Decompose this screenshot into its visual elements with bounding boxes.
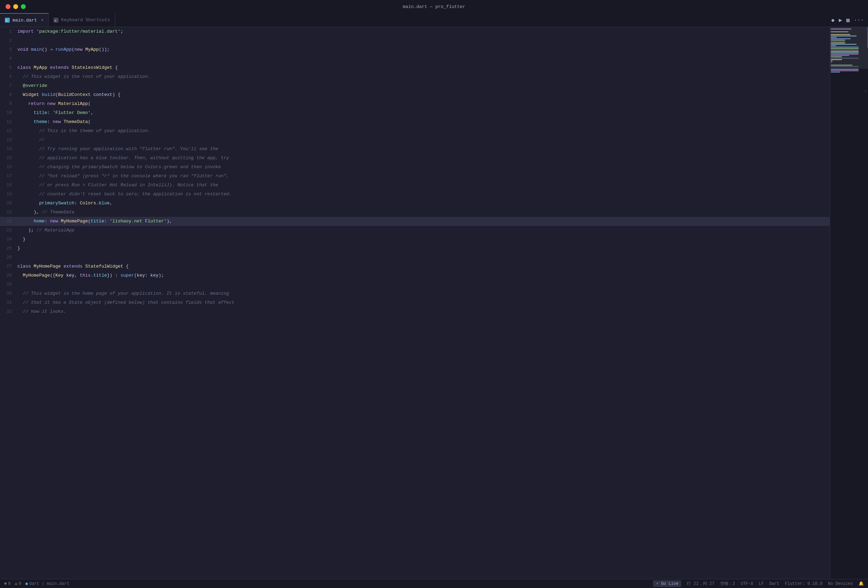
line-content-3: void main() ⇒ runApp(new MyApp()); (18, 45, 823, 54)
run-icon[interactable]: ▶ (839, 17, 842, 24)
tab-close-main-dart[interactable]: × (41, 18, 43, 22)
code-line-24: 24 } (0, 235, 830, 244)
spaces-label: 空格：2 (720, 581, 735, 587)
line-content-15: // application has a blue toolbar. Then,… (18, 153, 823, 163)
line-content-7: @override (18, 81, 823, 90)
minimap-line (831, 37, 837, 38)
go-live-button[interactable]: ⚡ Go Live (653, 581, 681, 587)
minimap-line (831, 53, 859, 55)
dart-file-icon: D (5, 18, 10, 23)
line-content-4 (18, 54, 823, 63)
line-number-17: 17 (0, 172, 18, 181)
line-number-6: 6 (0, 72, 18, 81)
status-bar: ⊗ 0 ⚠ 0 ◉ dart | main.dart ⚡ Go Live 行 2… (0, 579, 868, 588)
devices-label: No Devices (828, 581, 853, 586)
line-content-19: // counter didn't reset back to zero; th… (18, 190, 823, 199)
code-line-3: 3void main() ⇒ runApp(new MyApp()); (0, 45, 830, 54)
tab-bar: D main.dart × ≡ Keyboard Shortcuts ◆ ▶ ▦… (0, 13, 868, 27)
line-number-25: 25 (0, 244, 18, 253)
line-content-22: home: new MyHomePage(title: 'lishaoy.net… (18, 217, 823, 226)
maximize-button[interactable] (21, 4, 26, 9)
minimize-button[interactable] (13, 4, 18, 9)
code-line-10: 10 title: 'Flutter Demo', (0, 108, 830, 118)
tab-keyboard-shortcuts[interactable]: ≡ Keyboard Shortcuts (49, 13, 115, 27)
code-editor[interactable]: 1import 'package:flutter/material.dart';… (0, 27, 830, 579)
status-spaces[interactable]: 空格：2 (720, 581, 735, 587)
minimap-line (831, 66, 859, 67)
line-content-28: MyHomePage({Key key, this.title}) : supe… (18, 271, 823, 280)
status-flutter-version[interactable]: Flutter: 0.10.0 (785, 581, 822, 586)
code-line-22: 22 home: new MyHomePage(title: 'lishaoy.… (0, 217, 830, 226)
status-position[interactable]: 行 22，列 27 (687, 581, 714, 587)
warning-count: 0 (19, 581, 21, 586)
code-line-1: 1import 'package:flutter/material.dart'; (0, 27, 830, 36)
doc-icon: ≡ (53, 18, 58, 23)
minimap-line (831, 60, 833, 62)
status-branch[interactable]: ◉ dart | main.dart (25, 581, 69, 586)
status-warnings[interactable]: ⚠ 0 (15, 581, 21, 586)
line-number-5: 5 (0, 63, 18, 72)
line-number-16: 16 (0, 163, 18, 172)
close-button[interactable] (6, 4, 10, 9)
language-label: Dart (769, 581, 779, 586)
warning-icon: ⚠ (15, 581, 17, 586)
line-number-28: 28 (0, 271, 18, 280)
line-number-30: 30 (0, 289, 18, 298)
minimap-line (831, 34, 850, 35)
code-line-25: 25} (0, 244, 830, 253)
tab-main-dart[interactable]: D main.dart × (0, 13, 49, 27)
minimap-arrow-down[interactable]: › (865, 90, 867, 93)
line-number-4: 4 (0, 54, 18, 63)
status-bell[interactable]: 🔔 (859, 581, 864, 586)
error-count: 0 (8, 581, 10, 586)
line-content-20: primarySwatch: Colors.blue, (18, 199, 823, 208)
title-bar: main.dart — pro_flutter (0, 0, 868, 13)
status-language[interactable]: Dart (769, 581, 779, 586)
git-icon[interactable]: ◆ (831, 17, 835, 24)
code-line-17: 17 // "hot reload" (press "r" in the con… (0, 172, 830, 181)
status-devices[interactable]: No Devices (828, 581, 853, 586)
code-line-32: 32 // how it looks. (0, 307, 830, 316)
code-line-28: 28 MyHomePage({Key key, this.title}) : s… (0, 271, 830, 280)
code-line-19: 19 // counter didn't reset back to zero;… (0, 190, 830, 199)
tab-label-keyboard-shortcuts: Keyboard Shortcuts (61, 18, 110, 23)
status-left: ⊗ 0 ⚠ 0 ◉ dart | main.dart (4, 581, 69, 586)
line-number-2: 2 (0, 36, 18, 45)
code-line-31: 31 // that it has a State object (define… (0, 298, 830, 307)
line-number-10: 10 (0, 108, 18, 118)
code-line-11: 11 theme: new ThemeData( (0, 118, 830, 127)
status-errors[interactable]: ⊗ 0 (4, 581, 10, 586)
flutter-version-label: Flutter: 0.10.0 (785, 581, 822, 586)
line-content-6: // This widget is the root of your appli… (18, 72, 823, 81)
line-number-18: 18 (0, 181, 18, 190)
code-line-30: 30 // This widget is the home page of yo… (0, 289, 830, 298)
more-icon[interactable]: ··· (854, 17, 864, 23)
tab-label-main-dart: main.dart (13, 18, 37, 23)
line-content-24: } (18, 235, 823, 244)
layout-icon[interactable]: ▦ (846, 17, 850, 24)
code-line-4: 4 (0, 54, 830, 63)
minimap-line (831, 31, 849, 32)
line-content-32: // how it looks. (18, 307, 823, 316)
line-content-18: // or press Run > Flutter Hot Reload in … (18, 181, 823, 190)
line-number-14: 14 (0, 144, 18, 153)
minimap[interactable]: › (830, 27, 868, 579)
error-icon: ⊗ (4, 581, 7, 586)
minimap-line (831, 41, 845, 42)
minimap-line (831, 35, 856, 37)
line-number-26: 26 (0, 253, 18, 262)
minimap-line (831, 58, 859, 59)
line-number-21: 21 (0, 208, 18, 217)
status-line-ending[interactable]: LF (759, 581, 764, 586)
line-number-9: 9 (0, 99, 18, 108)
code-line-18: 18 // or press Run > Flutter Hot Reload … (0, 181, 830, 190)
minimap-line (831, 44, 856, 45)
line-ending-label: LF (759, 581, 764, 586)
line-content-8: Widget build(BuildContext context) { (18, 90, 823, 99)
code-line-9: 9 return new MaterialApp( (0, 99, 830, 108)
code-line-6: 6 // This widget is the root of your app… (0, 72, 830, 81)
status-encoding[interactable]: UTF-8 (741, 581, 753, 586)
status-right: ⚡ Go Live 行 22，列 27 空格：2 UTF-8 LF Dart F… (653, 581, 864, 587)
line-content-25: } (18, 244, 823, 253)
line-content-1: import 'package:flutter/material.dart'; (18, 27, 823, 36)
